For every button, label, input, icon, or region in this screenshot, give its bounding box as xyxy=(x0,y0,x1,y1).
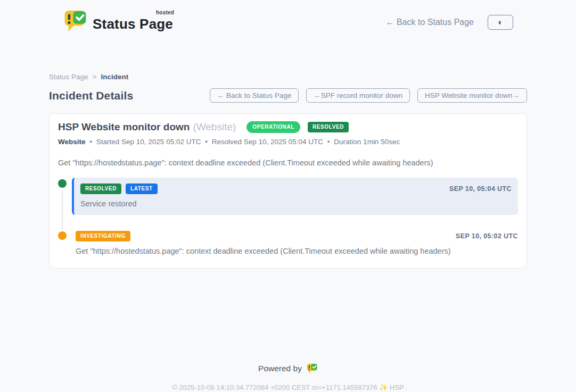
page-title: Incident Details xyxy=(49,89,133,102)
timeline-dot-orange xyxy=(58,231,67,240)
next-incident-button[interactable]: HSP Website monitor down→ xyxy=(417,88,527,103)
operational-status-badge: OPERATIONAL xyxy=(246,121,300,133)
incident-timeline: RESOLVED LATEST SEP 10, 05:04 UTC Servic… xyxy=(58,178,518,255)
powered-by-label: Powered by xyxy=(258,364,302,373)
timeline-entry-investigating: INVESTIGATING SEP 10, 05:02 UTC Get "htt… xyxy=(58,230,518,255)
timeline-message: Service restored xyxy=(80,199,512,208)
latest-badge: LATEST xyxy=(126,184,158,194)
breadcrumb-separator: > xyxy=(93,73,97,81)
meta-duration: Duration 1min 50sec xyxy=(334,138,400,146)
timeline-timestamp: SEP 10, 05:04 UTC xyxy=(449,185,512,193)
back-to-status-page-button[interactable]: ← Back to Status Page xyxy=(210,88,299,103)
meta-resolved: Resolved Sep 10, 2025 05:04 UTC xyxy=(212,138,323,146)
meta-component: Website xyxy=(58,138,86,146)
theme-toggle-button[interactable]: ◐ xyxy=(488,15,513,30)
incident-card: HSP Website monitor down (Website) OPERA… xyxy=(49,113,527,269)
half-circle-icon: ◐ xyxy=(498,18,503,27)
incident-state-badge: RESOLVED xyxy=(308,122,349,132)
statuspage-logo-icon-small[interactable] xyxy=(306,363,318,374)
incident-nav-buttons: ← Back to Status Page ←SPF record monito… xyxy=(210,88,527,103)
resolved-badge: RESOLVED xyxy=(80,184,121,194)
timeline-entry-resolved: RESOLVED LATEST SEP 10, 05:04 UTC Servic… xyxy=(58,178,518,215)
prev-incident-button[interactable]: ←SPF record monitor down xyxy=(306,88,410,103)
timeline-message: Get "https://hostedstatus.page": context… xyxy=(76,247,518,255)
statuspage-logo-icon xyxy=(63,10,87,35)
incident-description: Get "https://hostedstatus.page": context… xyxy=(58,159,518,167)
breadcrumb: Status Page > Incident xyxy=(49,73,527,81)
timeline-timestamp: SEP 10, 05:02 UTC xyxy=(456,232,518,240)
header: Status Page hosted ← Back to Status Page… xyxy=(49,0,527,35)
timeline-dot-green xyxy=(58,179,67,188)
footer: Powered by © 2025-10-08 14:10:34.772084 … xyxy=(49,363,527,391)
brand-hosted-label: hosted xyxy=(156,10,174,15)
back-to-status-page-link[interactable]: ← Back to Status Page xyxy=(386,18,474,27)
incident-component: (Website) xyxy=(193,121,236,133)
copyright-text: © 2025-10-08 14:10:34.772084 +0200 CEST … xyxy=(49,383,527,391)
investigating-badge: INVESTIGATING xyxy=(76,231,130,241)
meta-started: Started Sep 10, 2025 05:02 UTC xyxy=(96,138,201,146)
breadcrumb-incident: Incident xyxy=(101,73,128,81)
incident-meta: Website • Started Sep 10, 2025 05:02 UTC… xyxy=(58,138,518,146)
brand-name: Status Page hosted xyxy=(93,12,173,32)
brand-logo[interactable]: Status Page hosted xyxy=(63,10,173,35)
incident-title: HSP Website monitor down xyxy=(58,121,190,133)
breadcrumb-status-page[interactable]: Status Page xyxy=(49,73,88,81)
